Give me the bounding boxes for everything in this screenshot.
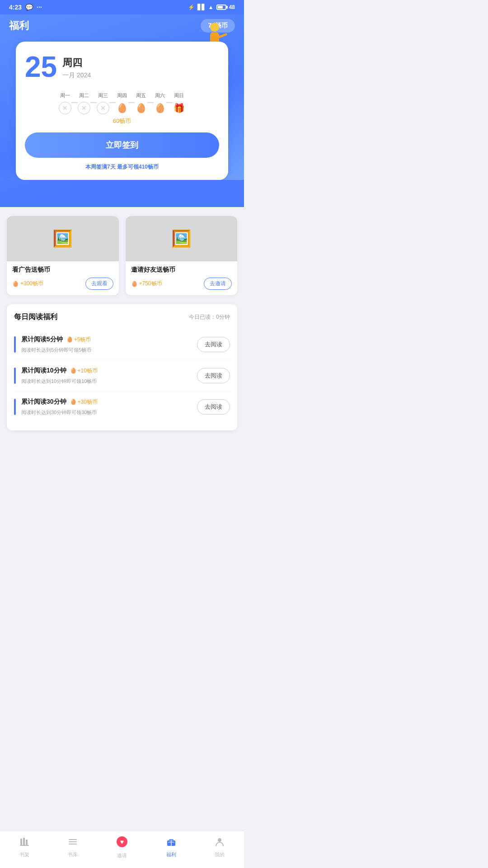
task-indicator-5min — [14, 336, 16, 353]
wifi-icon: ▲ — [208, 4, 214, 10]
header: 福利 70畅币 — [0, 14, 244, 180]
ad-btn-invite[interactable]: 去邀请 — [204, 278, 232, 290]
signal-icon: ▋▋ — [197, 4, 206, 10]
status-left: 4:23 💬 ··· — [9, 4, 42, 11]
task-name-5min: 累计阅读5分钟 — [21, 335, 63, 344]
task-name-10min: 累计阅读10分钟 — [21, 367, 66, 375]
ad-title-invite: 邀请好友送畅币 — [131, 266, 232, 274]
battery-level: 48 — [229, 4, 235, 10]
task-reward-10min: 🥚+10畅币 — [70, 367, 98, 375]
daily-reading-progress: 今日已读：0分钟 — [189, 313, 230, 321]
time: 4:23 — [9, 4, 22, 11]
task-30min: 累计阅读30分钟 🥚+30畅币 阅读时长达到30分钟即可领30畅币 去阅读 — [14, 392, 230, 422]
ad-bottom-invite: 🥚 +750畅币 去邀请 — [131, 278, 232, 290]
task-info-5min: 累计阅读5分钟 🥚+5畅币 阅读时长达到5分钟即可领5畅币 — [21, 335, 197, 354]
bluetooth-icon: ⚡ — [188, 4, 195, 10]
status-right: ⚡ ▋▋ ▲ 48 — [188, 4, 235, 10]
day-mon: 周一 ✕ — [59, 92, 71, 114]
task-title-row-5min: 累计阅读5分钟 🥚+5畅币 — [21, 335, 197, 344]
task-desc-5min: 阅读时长达到5分钟即可领5畅币 — [21, 347, 91, 353]
day-sat: 周六 🥚 — [154, 92, 166, 114]
notification-icon: 💬 — [25, 4, 33, 11]
date-day: 25 — [25, 52, 57, 81]
task-title-row-10min: 累计阅读10分钟 🥚+10畅币 — [21, 367, 197, 375]
task-indicator-10min — [14, 368, 16, 384]
task-indicator-30min — [14, 399, 16, 415]
task-reward-5min: 🥚+5畅币 — [66, 336, 91, 344]
date-month-year: 一月 2024 — [62, 71, 91, 80]
signin-button[interactable]: 立即签到 — [25, 132, 219, 158]
more-icon: ··· — [37, 4, 42, 11]
task-10min: 累计阅读10分钟 🥚+10畅币 阅读时长达到10分钟即可领10畅币 去阅读 — [14, 360, 230, 392]
task-btn-10min[interactable]: 去阅读 — [197, 368, 230, 383]
ad-info-watch: 看广告送畅币 🥚 +300畅币 去观看 — [7, 261, 119, 295]
day-wed: 周三 ✕ — [97, 92, 109, 114]
ad-image-watch: 🖼️ — [7, 216, 119, 261]
task-title-row-30min: 累计阅读30分钟 🥚+30畅币 — [21, 398, 197, 406]
day-thu: 周四 🥚 — [116, 92, 128, 114]
ad-info-invite: 邀请好友送畅币 🥚 +750畅币 去邀请 — [126, 261, 238, 295]
day-fri: 周五 🥚 — [135, 92, 147, 114]
task-name-30min: 累计阅读30分钟 — [21, 398, 66, 406]
task-info-30min: 累计阅读30分钟 🥚+30畅币 阅读时长达到30分钟即可领30畅币 — [21, 398, 197, 416]
task-reward-30min: 🥚+30畅币 — [70, 398, 98, 406]
ad-cards-section: 🖼️ 看广告送畅币 🥚 +300畅币 去观看 🖼️ 邀请好友送畅币 🥚 +750… — [0, 216, 244, 295]
battery-icon — [216, 5, 226, 10]
signin-hint: 本周签满7天 最多可领410畅币 — [25, 163, 219, 171]
svg-point-2 — [210, 23, 219, 32]
date-weekday: 周四 — [62, 56, 91, 70]
task-desc-10min: 阅读时长达到10分钟即可领10畅币 — [21, 378, 97, 384]
date-section: 25 周四 一月 2024 — [25, 52, 219, 81]
day-sun: 周日 🎁 — [173, 92, 185, 114]
main-card: 25 周四 一月 2024 周一 ✕ — [16, 42, 228, 180]
task-info-10min: 累计阅读10分钟 🥚+10畅币 阅读时长达到10分钟即可领10畅币 — [21, 367, 197, 385]
task-btn-5min[interactable]: 去阅读 — [197, 337, 230, 352]
ad-card-watch: 🖼️ 看广告送畅币 🥚 +300畅币 去观看 — [7, 216, 119, 295]
ad-reward-invite: 🥚 +750畅币 — [131, 280, 162, 288]
ad-bottom-watch: 🥚 +300畅币 去观看 — [12, 278, 113, 290]
svg-line-4 — [219, 34, 226, 37]
ad-reward-watch: 🥚 +300畅币 — [12, 280, 43, 288]
ad-image-invite: 🖼️ — [126, 216, 238, 261]
daily-reading-header: 每日阅读福利 今日已读：0分钟 — [14, 312, 230, 322]
daily-reading-title: 每日阅读福利 — [14, 312, 57, 322]
ad-title-watch: 看广告送畅币 — [12, 266, 113, 274]
date-info: 周四 一月 2024 — [62, 52, 91, 80]
task-5min: 累计阅读5分钟 🥚+5畅币 阅读时长达到5分钟即可领5畅币 去阅读 — [14, 329, 230, 360]
day-tue: 周二 ✕ — [78, 92, 90, 114]
status-bar: 4:23 💬 ··· ⚡ ▋▋ ▲ 48 — [0, 0, 244, 14]
task-btn-30min[interactable]: 去阅读 — [197, 399, 230, 415]
page-title: 福利 — [9, 19, 29, 33]
weekly-checkin-row: 周一 ✕ 周二 ✕ 周三 ✕ — [25, 92, 219, 114]
ad-btn-watch[interactable]: 去观看 — [85, 278, 113, 290]
ad-card-invite: 🖼️ 邀请好友送畅币 🥚 +750畅币 去邀请 — [126, 216, 238, 295]
task-desc-30min: 阅读时长达到30分钟即可领30畅币 — [21, 410, 97, 415]
checkin-reward: 60畅币 — [25, 117, 219, 125]
daily-reading-section: 每日阅读福利 今日已读：0分钟 累计阅读5分钟 🥚+5畅币 阅读时长达到5分钟即… — [7, 304, 237, 430]
